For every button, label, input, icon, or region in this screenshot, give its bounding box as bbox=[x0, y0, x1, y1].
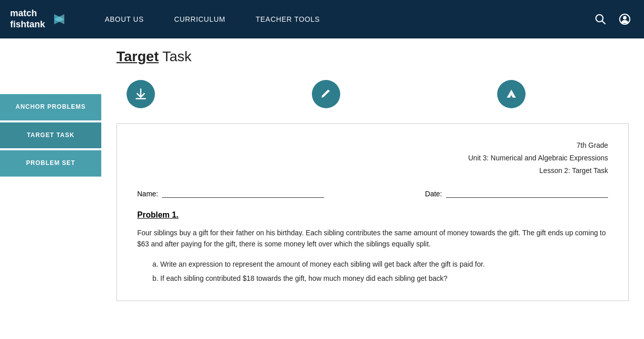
edit-icon bbox=[319, 88, 333, 101]
worksheet: 7th Grade Unit 3: Numerical and Algebrai… bbox=[116, 123, 629, 301]
name-label: Name: bbox=[137, 190, 158, 198]
header-right bbox=[591, 10, 634, 28]
edit-button[interactable] bbox=[312, 80, 340, 108]
worksheet-lesson: Lesson 2: Target Task bbox=[137, 164, 608, 177]
name-field-group: Name: bbox=[137, 188, 324, 198]
logo-text-line2: fishtank bbox=[10, 19, 45, 30]
nav-about-us[interactable]: ABOUT US bbox=[90, 0, 159, 38]
sub-item-b: b. If each sibling contributed $18 towar… bbox=[152, 271, 608, 285]
download-icon bbox=[134, 88, 147, 101]
svg-point-5 bbox=[623, 16, 627, 20]
problem-text: Four siblings buy a gift for their fathe… bbox=[137, 227, 608, 250]
logo-text-line1: match bbox=[10, 8, 45, 19]
sub-item-a: a. Write an expression to represent the … bbox=[152, 257, 608, 271]
worksheet-fields: Name: Date: bbox=[137, 188, 608, 198]
download-button[interactable] bbox=[127, 80, 155, 108]
page-title: Target Task bbox=[116, 49, 629, 65]
date-label: Date: bbox=[425, 190, 442, 198]
drive-icon bbox=[505, 88, 518, 101]
search-button[interactable] bbox=[591, 10, 610, 28]
sidebar-item-problem-set[interactable]: PROBLEM SET bbox=[0, 150, 101, 177]
account-button[interactable] bbox=[616, 10, 634, 28]
page-content: Target Task bbox=[101, 38, 644, 311]
nav: ABOUT US CURRICULUM TEACHER TOOLS bbox=[90, 0, 591, 38]
worksheet-header: 7th Grade Unit 3: Numerical and Algebrai… bbox=[137, 139, 608, 178]
search-icon bbox=[595, 14, 606, 25]
logo[interactable]: match fishtank bbox=[10, 8, 69, 30]
svg-line-3 bbox=[602, 21, 606, 24]
action-row bbox=[116, 80, 629, 108]
sidebar-item-target-task[interactable]: TARGET TASK bbox=[0, 122, 101, 149]
account-icon bbox=[619, 14, 630, 25]
header: match fishtank ABOUT US CURRICULUM TEACH… bbox=[0, 0, 644, 38]
sidebar: ANCHOR PROBLEMS TARGET TASK PROBLEM SET bbox=[0, 38, 101, 311]
page-title-rest: Task bbox=[159, 49, 192, 64]
sidebar-item-anchor-problems[interactable]: ANCHOR PROBLEMS bbox=[0, 94, 101, 120]
nav-curriculum[interactable]: CURRICULUM bbox=[159, 0, 240, 38]
google-drive-button[interactable] bbox=[497, 80, 526, 108]
name-input-line[interactable] bbox=[162, 188, 324, 198]
worksheet-grade: 7th Grade bbox=[137, 139, 608, 152]
logo-icon bbox=[49, 9, 69, 29]
problem-title: Problem 1. bbox=[137, 210, 608, 220]
date-field-group: Date: bbox=[425, 188, 608, 198]
worksheet-unit: Unit 3: Numerical and Algebraic Expressi… bbox=[137, 152, 608, 164]
date-input-line[interactable] bbox=[446, 188, 608, 198]
nav-teacher-tools[interactable]: TEACHER TOOLS bbox=[240, 0, 335, 38]
page-title-underline: Target bbox=[116, 49, 159, 64]
main-layout: ANCHOR PROBLEMS TARGET TASK PROBLEM SET … bbox=[0, 38, 644, 311]
problem-sub-items: a. Write an expression to represent the … bbox=[137, 257, 608, 285]
